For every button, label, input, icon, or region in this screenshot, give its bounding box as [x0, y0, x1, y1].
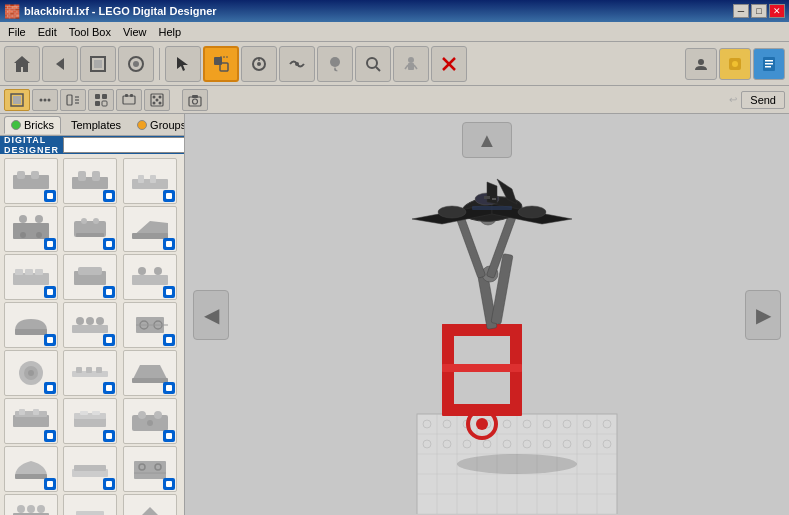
brick-item[interactable]: [4, 446, 58, 492]
toolbar-separator-1: [159, 48, 160, 80]
brick-item[interactable]: [123, 206, 177, 252]
home-button[interactable]: [4, 46, 40, 82]
svg-rect-51: [189, 97, 201, 106]
brick-item[interactable]: [4, 302, 58, 348]
brick-item[interactable]: [123, 158, 177, 204]
svg-rect-41: [102, 101, 107, 106]
brick-item[interactable]: [63, 494, 117, 515]
brick-item[interactable]: [63, 302, 117, 348]
search-tool-button[interactable]: [355, 46, 391, 82]
hinge-tool-button[interactable]: [241, 46, 277, 82]
svg-point-95: [76, 317, 84, 325]
sub-toolbar-right: ↩ Send: [729, 91, 785, 109]
maximize-button[interactable]: □: [751, 4, 767, 18]
figure-tool-button[interactable]: [393, 46, 429, 82]
undo-arrow: ↩: [729, 94, 737, 105]
brick-item[interactable]: [123, 302, 177, 348]
clone-tool-button[interactable]: [203, 46, 239, 82]
instructions-button[interactable]: [753, 48, 785, 80]
nav-right-icon: ▶: [756, 303, 771, 327]
sidebar-search-input[interactable]: [63, 137, 185, 153]
sub-toolbar: ↩ Send: [0, 86, 789, 114]
nav-gallery-button[interactable]: [118, 46, 154, 82]
svg-rect-107: [47, 385, 53, 391]
svg-point-10: [257, 62, 261, 66]
brick-item[interactable]: [123, 494, 177, 515]
brick-item[interactable]: [4, 494, 58, 515]
brick-item[interactable]: [123, 446, 177, 492]
menu-edit[interactable]: Edit: [32, 23, 63, 41]
minimize-button[interactable]: ─: [733, 4, 749, 18]
svg-rect-43: [125, 94, 128, 97]
sidebar-logo: DIGITAL DESIGNER: [4, 135, 59, 155]
brick-item[interactable]: [63, 398, 117, 444]
svg-rect-39: [102, 94, 107, 99]
svg-rect-76: [106, 241, 112, 247]
brick-item[interactable]: [4, 254, 58, 300]
brick-item[interactable]: [123, 254, 177, 300]
close-button[interactable]: ✕: [769, 4, 785, 18]
svg-point-24: [732, 61, 738, 67]
tab-templates[interactable]: Templates: [65, 117, 127, 133]
snap1-button[interactable]: [32, 89, 58, 111]
nav-building-button[interactable]: [80, 46, 116, 82]
svg-point-33: [48, 98, 51, 101]
delete-tool-button[interactable]: [431, 46, 467, 82]
brick-item[interactable]: [4, 206, 58, 252]
select-tool-button[interactable]: [165, 46, 201, 82]
svg-point-14: [367, 58, 377, 68]
brick-item[interactable]: [4, 350, 58, 396]
flex-tool-button[interactable]: [279, 46, 315, 82]
svg-rect-189: [442, 324, 522, 336]
svg-rect-123: [80, 411, 88, 415]
lego-model-svg: [297, 144, 677, 514]
lego-shop-button[interactable]: [719, 48, 751, 80]
snap3-button[interactable]: [88, 89, 114, 111]
svg-rect-209: [484, 196, 490, 199]
nav-right-button[interactable]: ▶: [745, 290, 781, 340]
nav-up-button[interactable]: ▲: [462, 122, 512, 158]
snap4-button[interactable]: [116, 89, 142, 111]
svg-point-193: [476, 418, 488, 430]
snap2-button[interactable]: [60, 89, 86, 111]
brick-grid: [2, 156, 182, 515]
brick-item[interactable]: [4, 398, 58, 444]
svg-rect-60: [92, 171, 100, 181]
svg-rect-125: [106, 433, 112, 439]
brick-item[interactable]: [63, 254, 117, 300]
brick-item[interactable]: [63, 446, 117, 492]
tab-groups[interactable]: Groups: [131, 117, 185, 133]
svg-point-89: [138, 267, 146, 275]
community-button[interactable]: [685, 48, 717, 80]
svg-point-50: [156, 98, 159, 101]
svg-rect-134: [74, 465, 106, 471]
svg-rect-82: [25, 269, 33, 275]
svg-point-12: [295, 62, 299, 66]
snap5-button[interactable]: [144, 89, 170, 111]
brick-item[interactable]: [63, 158, 117, 204]
send-button[interactable]: Send: [741, 91, 785, 109]
svg-point-127: [138, 411, 146, 419]
menu-view[interactable]: View: [117, 23, 153, 41]
nav-back-button[interactable]: [42, 46, 78, 82]
brick-item[interactable]: [123, 398, 177, 444]
menu-toolbox[interactable]: Tool Box: [63, 23, 117, 41]
paint-tool-button[interactable]: [317, 46, 353, 82]
menu-help[interactable]: Help: [153, 23, 188, 41]
svg-rect-136: [134, 461, 166, 479]
nav-left-button[interactable]: ◀: [193, 290, 229, 340]
brick-item[interactable]: [4, 158, 58, 204]
camera-button[interactable]: [182, 89, 208, 111]
brick-item[interactable]: [63, 350, 117, 396]
tab-bricks[interactable]: Bricks: [4, 116, 61, 134]
brick-item[interactable]: [123, 350, 177, 396]
sidebar-tabs: Bricks Templates Groups: [0, 114, 184, 136]
svg-rect-63: [138, 175, 144, 183]
svg-rect-26: [765, 60, 773, 62]
svg-point-32: [44, 98, 47, 101]
brick-badge: [44, 334, 56, 346]
view-mode-button[interactable]: [4, 89, 30, 111]
menu-file[interactable]: File: [2, 23, 32, 41]
brick-item[interactable]: [63, 206, 117, 252]
svg-point-128: [154, 411, 162, 419]
